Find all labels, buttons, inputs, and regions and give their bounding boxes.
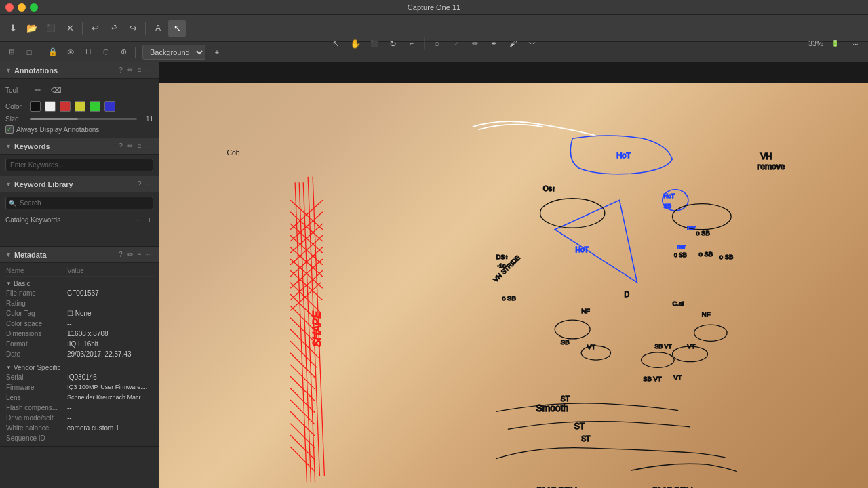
brush-tool[interactable]: ✏: [467, 35, 484, 52]
metadata-help[interactable]: ?: [117, 249, 124, 260]
close-button[interactable]: [5, 3, 14, 12]
redo-button[interactable]: ↪: [124, 20, 142, 37]
field-name: Color space: [4, 319, 65, 329]
keywords-more[interactable]: ···: [145, 141, 153, 151]
pen-tool-btn[interactable]: ✏: [30, 83, 45, 98]
table-row: File name CF001537: [4, 288, 155, 298]
stamp-tool[interactable]: 🖌: [505, 35, 522, 52]
svg-text:o SB: o SB: [699, 250, 713, 258]
table-row: Rating · · ·: [4, 298, 155, 308]
keyword-library-panel-header[interactable]: ▼ Keyword Library ? ···: [0, 176, 159, 192]
eraser-tool-btn[interactable]: ⌫: [49, 83, 64, 98]
overlay-icon[interactable]: ⊕: [116, 45, 131, 60]
svg-point-38: [663, 190, 688, 211]
keyword-library-label: Keyword Library: [14, 180, 136, 188]
annotations-panel-header[interactable]: ▼ Annotations ? ✏ ≡ ···: [0, 62, 159, 79]
layers-icon[interactable]: ⊔: [81, 45, 96, 60]
keywords-panel-header[interactable]: ▼ Keywords ? ✏ ≡ ···: [0, 138, 159, 155]
annotations-more[interactable]: ···: [145, 65, 153, 75]
field-value: Schneider Kreuznach Macr...: [65, 392, 155, 403]
color-white[interactable]: [45, 101, 56, 112]
zoom-box-tool[interactable]: ⬛: [366, 35, 383, 52]
close-img-button[interactable]: ✕: [61, 20, 79, 37]
vendor-section-header[interactable]: ▼ Vendor Specific: [4, 362, 155, 372]
catalog-actions: ··· +: [134, 214, 153, 226]
keyword-library-body: 🔍 Catalog Keywords ··· +: [0, 192, 159, 247]
svg-text:NF: NF: [702, 310, 711, 318]
color-green[interactable]: [90, 101, 100, 112]
open-button[interactable]: 📂: [23, 20, 41, 37]
undo-button[interactable]: ↩: [86, 20, 104, 37]
metadata-label: Metadata: [14, 251, 117, 259]
eraser-tool[interactable]: ✒: [486, 35, 503, 52]
battery-icon[interactable]: 🔋: [826, 35, 844, 52]
single-view-button[interactable]: □: [22, 45, 37, 60]
annotations-help[interactable]: ?: [117, 65, 124, 75]
minimize-button[interactable]: [18, 3, 26, 12]
annotations-panel-body: Tool ✏ ⌫ Color Size 11: [0, 79, 159, 138]
background-select[interactable]: Background Standard Black White Custom: [142, 45, 205, 60]
color-black[interactable]: [30, 101, 41, 112]
redo-history-button[interactable]: ↩̈: [105, 20, 123, 37]
svg-line-20: [290, 376, 315, 401]
import-button[interactable]: ⬇: [4, 20, 22, 37]
color-blue[interactable]: [104, 101, 115, 112]
svg-text:HoT: HoT: [576, 246, 589, 253]
catalog-keywords-add[interactable]: +: [145, 214, 153, 226]
basic-section-header[interactable]: ▼ Basic: [4, 278, 155, 288]
keywords-input[interactable]: [5, 159, 153, 171]
crop-tool[interactable]: ⌐: [403, 35, 421, 52]
catalog-keywords-more[interactable]: ···: [134, 214, 142, 226]
keywords-help[interactable]: ?: [117, 141, 124, 151]
svg-point-48: [673, 346, 708, 362]
table-row: Lens Schneider Kreuznach Macr...: [4, 392, 155, 403]
svg-text:VH STRIDE: VH STRIDE: [492, 253, 521, 283]
svg-line-16: [290, 329, 319, 358]
svg-line-8: [290, 235, 323, 264]
keywords-settings[interactable]: ≡: [136, 141, 143, 151]
svg-text:SB: SB: [561, 338, 570, 346]
grid-view-button[interactable]: ⊞: [4, 45, 19, 60]
size-slider[interactable]: [30, 118, 137, 120]
keyword-search-input[interactable]: [5, 197, 153, 209]
table-row: White balance camera custom 1: [4, 423, 155, 433]
metadata-panel-header[interactable]: ▼ Metadata ? ✏ ≡ ···: [0, 247, 159, 263]
text-tool-button[interactable]: A: [149, 20, 167, 37]
color-yellow[interactable]: [75, 101, 85, 112]
capture-tethered-button[interactable]: ⬛: [42, 20, 60, 37]
annotations-pen[interactable]: ✏: [126, 65, 134, 75]
mask-icon[interactable]: ⬡: [98, 45, 113, 60]
svg-line-33: [290, 270, 323, 300]
lock-icon[interactable]: 🔒: [45, 45, 60, 60]
keyword-library-help[interactable]: ?: [136, 179, 143, 189]
cursor-tool-button[interactable]: ↖: [168, 20, 186, 37]
eye-icon[interactable]: 👁: [63, 45, 78, 60]
svg-text:SB VT: SB VT: [643, 375, 662, 382]
basic-chevron: ▼: [6, 281, 12, 287]
metadata-actions: ? ✏ ≡ ···: [117, 249, 153, 260]
metadata-pen[interactable]: ✏: [126, 249, 134, 260]
size-value: 11: [141, 115, 153, 123]
clone-tool[interactable]: 〰: [524, 35, 541, 52]
rotate-tool[interactable]: ↻: [384, 35, 402, 52]
annotations-settings[interactable]: ≡: [136, 65, 143, 75]
basic-section-label: Basic: [14, 280, 30, 287]
more-options-button[interactable]: ···: [846, 35, 864, 52]
metadata-settings[interactable]: ≡: [136, 249, 143, 260]
select-tool[interactable]: ↖: [328, 35, 345, 52]
maximize-button[interactable]: [30, 3, 38, 12]
color-red[interactable]: [60, 101, 71, 112]
keywords-panel-body: [0, 155, 159, 176]
keywords-pen[interactable]: ✏: [126, 141, 134, 151]
add-view-button[interactable]: +: [210, 45, 224, 60]
straighten-tool[interactable]: ⟋: [448, 35, 465, 52]
circle-tool[interactable]: ○: [429, 35, 446, 52]
image-canvas[interactable]: SHAPE HoT HoT: [159, 83, 868, 488]
field-name: Dimensions: [4, 329, 65, 339]
field-value: IQ3 100MP, User Firmware:...: [65, 382, 155, 392]
keyword-library-more[interactable]: ···: [145, 179, 153, 189]
metadata-more[interactable]: ···: [145, 249, 153, 260]
svg-point-47: [581, 346, 610, 360]
always-display-checkbox[interactable]: [5, 125, 14, 134]
pan-tool[interactable]: ✋: [347, 35, 364, 52]
